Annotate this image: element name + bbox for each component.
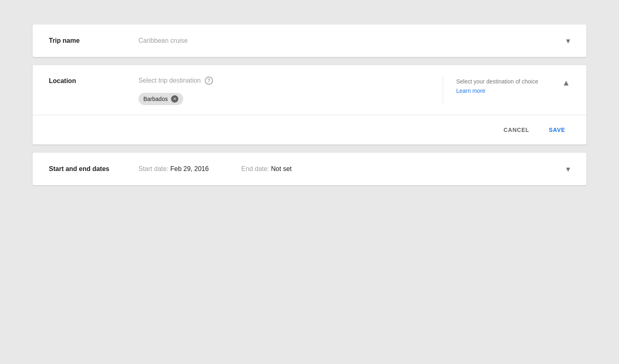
location-content: Select trip destination ? Barbados ✕ Sel…	[138, 77, 562, 105]
chip-remove-button[interactable]: ✕	[171, 95, 178, 103]
trip-name-label: Trip name	[49, 37, 138, 44]
chip-label: Barbados	[143, 96, 168, 102]
trip-name-value: Caribbean cruise	[138, 37, 566, 44]
location-card: Location Select trip destination ? Barba…	[33, 65, 586, 145]
end-date-label: End date:	[241, 165, 270, 172]
location-right: Select your destination of choice Learn …	[456, 77, 562, 94]
dates-chevron-icon[interactable]: ▾	[566, 164, 570, 174]
cancel-button[interactable]: CANCEL	[499, 123, 534, 136]
end-date-value: Not set	[271, 165, 292, 172]
location-chips: Barbados ✕	[138, 93, 430, 105]
start-date-item: Start date: Feb 29, 2016	[138, 165, 209, 173]
location-left: Select trip destination ? Barbados ✕	[138, 77, 430, 105]
start-date-label: Start date:	[138, 165, 169, 172]
location-title-row: Select trip destination ?	[138, 77, 430, 85]
vertical-divider	[443, 77, 443, 105]
location-label: Location	[49, 77, 138, 85]
location-header: Location Select trip destination ? Barba…	[33, 65, 586, 115]
learn-more-link[interactable]: Learn more	[456, 88, 485, 94]
barbados-chip: Barbados ✕	[138, 93, 183, 105]
location-placeholder: Select trip destination	[138, 77, 201, 84]
help-icon[interactable]: ?	[205, 77, 213, 85]
end-date-item: End date: Not set	[241, 165, 292, 173]
dates-card: Start and end dates Start date: Feb 29, …	[33, 153, 586, 185]
dates-label: Start and end dates	[49, 165, 138, 173]
dates-values: Start date: Feb 29, 2016 End date: Not s…	[138, 165, 566, 173]
location-actions-row: CANCEL SAVE	[33, 115, 586, 145]
trip-name-card: Trip name Caribbean cruise ▾	[33, 24, 586, 57]
save-button[interactable]: SAVE	[544, 123, 570, 136]
start-date-value: Feb 29, 2016	[170, 165, 209, 172]
trip-name-chevron-icon[interactable]: ▾	[566, 36, 570, 46]
destination-hint: Select your destination of choice	[456, 78, 562, 85]
location-chevron-icon[interactable]: ▲	[562, 77, 570, 88]
